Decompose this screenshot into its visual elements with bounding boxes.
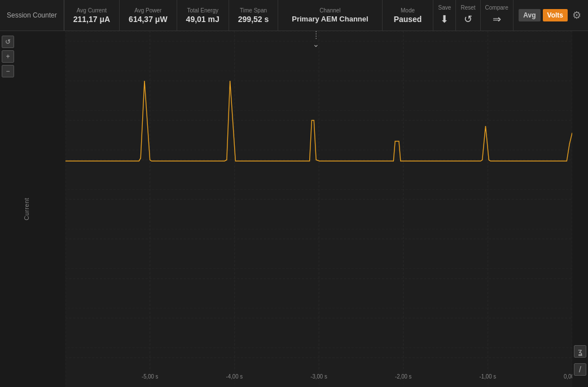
total-energy-group: Total Energy 49,01 mJ xyxy=(177,0,229,31)
avg-current-value: 211,17 μA xyxy=(73,15,110,24)
gear-button[interactable]: ⚙ xyxy=(570,7,583,24)
mode-group: Mode Paused xyxy=(383,0,434,31)
avg-power-group: Avg Power 614,37 μW xyxy=(120,0,177,31)
avg-current-group: Avg Current 211,17 μA xyxy=(64,0,120,31)
reset-label: Reset xyxy=(460,5,475,11)
avg-current-label: Avg Current xyxy=(77,7,107,14)
total-energy-label: Total Energy xyxy=(187,7,218,14)
zoom-in-button[interactable]: + xyxy=(2,50,14,63)
svg-text:-2,00 s: -2,00 s xyxy=(395,373,412,380)
time-span-group: Time Span 299,52 s xyxy=(229,0,279,31)
avg-button[interactable]: Avg xyxy=(519,9,540,21)
header-bar: Session Counter Avg Current 211,17 μA Av… xyxy=(0,0,588,31)
y-axis-ticks xyxy=(37,31,65,387)
left-tools: ↺ + − xyxy=(0,31,16,387)
save-label: Save xyxy=(438,5,451,11)
reset-group[interactable]: Reset ↺ xyxy=(456,0,480,31)
mode-label: Mode xyxy=(401,7,415,14)
avg-power-value: 614,37 μW xyxy=(129,15,168,24)
chart-svg: 100 mA 10 mA 1 mA 100 μA 10 μA 1 μA 100 … xyxy=(65,31,572,387)
save-group[interactable]: Save ⬇ xyxy=(433,0,456,31)
mode-value: Paused xyxy=(394,15,422,24)
chart-container: ↺ + − Current xyxy=(0,31,588,387)
reset-zoom-button[interactable]: ↺ xyxy=(2,36,14,48)
time-span-label: Time Span xyxy=(240,7,267,14)
session-counter-text: Session Counter xyxy=(7,11,57,19)
svg-text:⌄: ⌄ xyxy=(313,40,319,49)
curve-icon-button[interactable]: ʓ xyxy=(574,345,586,358)
time-span-value: 299,52 s xyxy=(238,15,269,24)
total-energy-value: 49,01 mJ xyxy=(186,15,220,24)
channel-group: Channel Primary AEM Channel xyxy=(278,0,382,31)
bottom-icons: ʓ / xyxy=(572,31,588,387)
channel-value: Primary AEM Channel xyxy=(292,15,368,23)
volts-button[interactable]: Volts xyxy=(543,9,568,21)
compare-label: Compare xyxy=(485,5,508,11)
svg-text:-1,00 s: -1,00 s xyxy=(480,373,497,380)
save-button[interactable]: ⬇ xyxy=(438,12,451,27)
header-right: Avg Volts ⚙ xyxy=(519,0,588,31)
compare-group[interactable]: Compare ⇒ xyxy=(481,0,514,31)
reset-button[interactable]: ↺ xyxy=(462,12,475,27)
chart-main: 100 mA 10 mA 1 mA 100 μA 10 μA 1 μA 100 … xyxy=(65,31,572,387)
y-axis-label-container: Current xyxy=(16,31,37,387)
channel-label: Channel xyxy=(319,7,340,14)
session-counter-label: Session Counter xyxy=(0,0,64,31)
compare-button[interactable]: ⇒ xyxy=(490,12,503,27)
avg-power-label: Avg Power xyxy=(134,7,161,14)
y-axis-label: Current xyxy=(23,198,30,220)
svg-text:-4,00 s: -4,00 s xyxy=(226,373,243,380)
svg-text:-3,00 s: -3,00 s xyxy=(310,373,327,380)
zoom-out-button[interactable]: − xyxy=(2,65,14,77)
svg-text:-5,00 s: -5,00 s xyxy=(142,373,159,380)
svg-text:0,00 s: 0,00 s xyxy=(564,373,572,380)
slash-icon-button[interactable]: / xyxy=(574,363,586,376)
